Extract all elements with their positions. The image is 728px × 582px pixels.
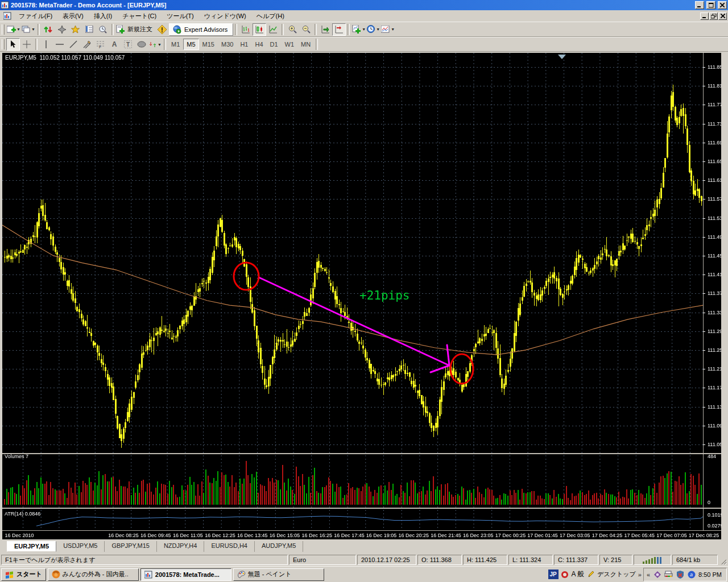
minimize-button[interactable]: [695, 1, 704, 9]
timeframe-button-M5[interactable]: M5: [183, 39, 198, 50]
navigator-button[interactable]: [55, 23, 69, 36]
chevron-right-icon[interactable]: »: [638, 571, 642, 578]
data-window-button[interactable]: [82, 23, 96, 36]
timeframe-button-H4[interactable]: H4: [251, 39, 266, 50]
menu-item-5[interactable]: ウィンドウ(W): [199, 11, 251, 22]
status-open-price: O: 111.368: [417, 555, 462, 565]
status-bar: F1キーでヘルプが表示されます Euro 2010.12.17 02:25 O:…: [0, 554, 728, 566]
firefox-icon: [52, 570, 60, 579]
favorites-button[interactable]: [69, 23, 82, 36]
timeframe-button-M1[interactable]: M1: [168, 39, 183, 50]
new-order-label: 新規注文: [125, 25, 155, 34]
tray-app-icon[interactable]: [653, 570, 661, 579]
candlestick-mode-button[interactable]: [253, 23, 266, 36]
chevron-left-icon[interactable]: «: [647, 571, 650, 578]
menu-item-2[interactable]: 挿入(I): [89, 11, 117, 22]
taskbar-item-firefox[interactable]: みんなの外為 - 国内最..: [48, 568, 139, 581]
price-chart-canvas[interactable]: [2, 53, 721, 539]
ime-language-indicator[interactable]: JP: [548, 569, 559, 579]
tray-globe-icon[interactable]: a: [687, 570, 696, 579]
tray-security-alert-icon[interactable]: [676, 570, 684, 579]
shapes-tool-button[interactable]: [135, 38, 148, 51]
periods-button[interactable]: ▼: [366, 23, 380, 36]
vertical-line-tool-button[interactable]: [39, 38, 53, 51]
child-restore-button[interactable]: [709, 13, 718, 20]
resize-grip[interactable]: [719, 555, 727, 565]
channel-tool-button[interactable]: [80, 38, 94, 51]
timeframe-button-M15[interactable]: M15: [199, 39, 218, 50]
status-help-text: F1キーでヘルプが表示されます: [1, 555, 288, 565]
text-label-tool-button[interactable]: T: [121, 38, 135, 51]
start-button-label: スタート: [16, 570, 42, 579]
new-order-button[interactable]: 新規注文: [115, 23, 155, 36]
toolbar-separator: [316, 39, 318, 50]
market-watch-button[interactable]: [42, 23, 55, 36]
tray-printer-icon[interactable]: [664, 570, 673, 579]
horizontal-line-tool-button[interactable]: [53, 38, 67, 51]
taskbar-clock[interactable]: 8:50 PM: [698, 571, 722, 578]
windows-logo-icon: [5, 570, 14, 579]
crosshair-tool-button[interactable]: [20, 38, 34, 51]
expert-advisors-button[interactable]: Expert Advisors: [169, 23, 233, 36]
ime-tool-icon[interactable]: [561, 570, 569, 579]
timeframe-button-M30[interactable]: M30: [218, 39, 237, 50]
chart-tab-NZDJPY,H4[interactable]: NZDJPY,H4: [157, 541, 204, 552]
chart-tab-GBPJPY,M15[interactable]: GBPJPY,M15: [105, 541, 156, 552]
cursor-tool-button[interactable]: [6, 38, 20, 51]
start-button[interactable]: スタート: [1, 568, 46, 581]
chart-tab-EURJPY,M5[interactable]: EURJPY,M5: [7, 541, 56, 552]
chart-tab-EURUSD,H4[interactable]: EURUSD,H4: [204, 541, 255, 552]
timeframe-button-W1[interactable]: W1: [282, 39, 298, 50]
child-close-button[interactable]: [718, 13, 727, 20]
toolbar-handle[interactable]: [2, 24, 5, 35]
arrows-tool-button[interactable]: ▼: [148, 38, 162, 51]
toolbar-separator: [315, 24, 317, 35]
taskbar-item-paint[interactable]: 無題 - ペイント: [233, 568, 324, 581]
trendline-tool-button[interactable]: [67, 38, 80, 51]
toolbar-separator: [282, 24, 284, 35]
menu-item-3[interactable]: チャート(C): [117, 11, 162, 22]
windows-taskbar: スタート みんなの外為 - 国内最.. 2001578: MetaTrade..…: [0, 566, 728, 582]
timeframe-button-MN[interactable]: MN: [297, 39, 314, 50]
system-tray: « a 8:50 PM: [643, 568, 727, 581]
text-tool-button[interactable]: A: [107, 38, 121, 51]
close-button[interactable]: [718, 1, 727, 9]
dropdown-arrow-icon: ▼: [391, 27, 395, 31]
taskbar-item-metatrader[interactable]: 2001578: MetaTrade...: [140, 568, 231, 581]
taskbar-item-label: 無題 - ペイント: [248, 570, 292, 579]
chart-shift-button[interactable]: [332, 23, 346, 36]
ime-pen-icon[interactable]: [586, 570, 595, 579]
maximize-button[interactable]: [706, 1, 715, 9]
child-minimize-button[interactable]: [700, 13, 709, 20]
timeframe-button-D1[interactable]: D1: [267, 39, 282, 50]
auto-scroll-button[interactable]: [318, 23, 332, 36]
zoom-in-button[interactable]: [286, 23, 299, 36]
indicators-button[interactable]: ▼: [351, 23, 366, 36]
profiles-button[interactable]: ▼: [21, 23, 36, 36]
menu-item-0[interactable]: ファイル(F): [14, 11, 57, 22]
menu-item-6[interactable]: ヘルプ(H): [251, 11, 289, 22]
bar-chart-mode-button[interactable]: [239, 23, 253, 36]
chart-tab-USDJPY,M5[interactable]: USDJPY,M5: [56, 541, 105, 552]
toolbar-handle[interactable]: [2, 39, 5, 49]
fibonacci-tool-button[interactable]: F: [94, 38, 107, 51]
menu-item-4[interactable]: ツール(T): [162, 11, 199, 22]
toolbar-separator: [348, 24, 350, 35]
alert-warning-icon[interactable]: [155, 23, 169, 36]
timeframe-button-H1[interactable]: H1: [237, 39, 251, 50]
svg-text:a: a: [690, 572, 693, 577]
paint-icon: [237, 570, 246, 579]
line-chart-mode-button[interactable]: [266, 23, 280, 36]
chart-tab-AUDJPY,M5[interactable]: AUDJPY,M5: [255, 541, 303, 552]
dropdown-arrow-icon: ▼: [31, 27, 35, 31]
connection-signal-icon: [634, 555, 671, 565]
zoom-out-button[interactable]: [299, 23, 313, 36]
strategy-tester-button[interactable]: [96, 23, 110, 36]
svg-text:F: F: [99, 45, 101, 48]
dropdown-arrow-icon: ▼: [158, 43, 162, 47]
templates-button[interactable]: ▼: [380, 23, 395, 36]
desktop-toolbar-label[interactable]: デスクトップ: [597, 570, 636, 579]
ime-input-mode[interactable]: A 般: [572, 569, 585, 579]
new-chart-button[interactable]: ▼: [6, 23, 21, 36]
menu-item-1[interactable]: 表示(V): [57, 11, 89, 22]
